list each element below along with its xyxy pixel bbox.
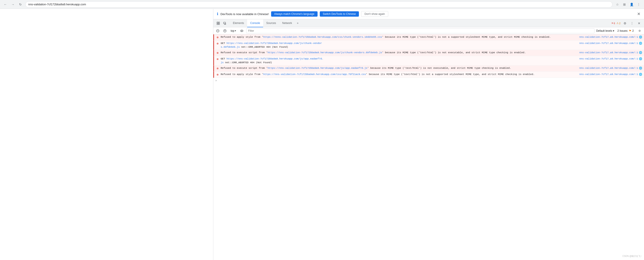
msg-source-link-6[interactable]: nns-validation-7cf17…a9.herokuapp.com/:1 bbox=[579, 73, 638, 76]
msg-content-4: GET https://nns-validation-7cf172bba9a9.… bbox=[221, 57, 578, 64]
clear-filter-button[interactable] bbox=[222, 28, 228, 33]
refresh-button[interactable]: ↻ bbox=[17, 1, 24, 7]
console-gear-icon: ⚙ bbox=[638, 29, 641, 32]
globe-icon-5: 🌐 bbox=[639, 66, 642, 70]
msg-link-5b[interactable]: s://nns-validation-7cf172bba9a9.herokuap… bbox=[274, 67, 367, 69]
error-badge: ✕ 6 bbox=[611, 22, 615, 25]
address-bar[interactable]: nns-validation-7cf172bba9a9.herokuapp.co… bbox=[25, 1, 612, 7]
switch-devtools-language-button[interactable]: Switch DevTools to Chinese bbox=[320, 11, 359, 17]
msg-link-2a[interactable]: https://nns-validation-7cf172bb bbox=[226, 42, 272, 45]
tab-sources[interactable]: Sources bbox=[263, 19, 279, 27]
console-context-selector[interactable]: top ▾ bbox=[229, 29, 237, 33]
msg-content-5: Refused to execute script from 'https://… bbox=[221, 66, 578, 70]
msg-source-1: nns-validation-7cf17…a9.herokuapp.com/:1… bbox=[579, 35, 642, 39]
default-levels-selector[interactable]: Default levels ▾ bbox=[596, 29, 614, 32]
notification-text: DevTools is now available in Chinese! bbox=[220, 12, 269, 16]
msg-link-1a[interactable]: https://n bbox=[263, 36, 276, 38]
warning-badge: ⚠ 2 bbox=[616, 22, 620, 25]
filter-input[interactable] bbox=[246, 28, 594, 33]
error-x-icon: ✕ bbox=[611, 22, 613, 25]
watermark: CSDN @晓仔在飞~ bbox=[622, 255, 642, 258]
msg-link-1b[interactable]: nns-validation-7cf172bba9a9.herokuapp.co… bbox=[276, 36, 382, 38]
devtools-close-button[interactable]: ✕ bbox=[636, 20, 642, 26]
devtools-notification: ℹ DevTools is now available in Chinese! … bbox=[213, 9, 644, 19]
msg-link-3b[interactable]: s://nns-validation-7cf172bba9a9.herokuap… bbox=[274, 51, 382, 54]
msg-source-link-2[interactable]: nns-validation-7cf17…a9.herokuapp.com/:1 bbox=[579, 41, 638, 45]
msg-source-6: nns-validation-7cf17…a9.herokuapp.com/:1… bbox=[579, 73, 642, 77]
back-button[interactable]: ← bbox=[2, 1, 8, 7]
default-levels-label: Default levels ▾ bbox=[596, 29, 614, 32]
console-message-6: ⊗ Refused to apply style from 'https://n… bbox=[213, 72, 644, 78]
msg-source-5: nns-validation-7cf17…a9.herokuapp.com/:1… bbox=[579, 66, 642, 70]
issues-label: 2 Issues: bbox=[617, 29, 628, 32]
forward-button[interactable]: → bbox=[10, 1, 16, 7]
extensions-button[interactable]: ⊞ bbox=[621, 1, 628, 7]
info-icon: ℹ bbox=[217, 12, 218, 16]
more-tabs-button[interactable]: » bbox=[295, 22, 300, 25]
msg-source-link-5[interactable]: nns-validation-7cf17…a9.herokuapp.com/:1 bbox=[579, 66, 638, 70]
browser-bar: ← → ↻ nns-validation-7cf172bba9a9.heroku… bbox=[0, 0, 644, 9]
msg-source-3: nns-validation-7cf17…a9.herokuapp.com/:1… bbox=[579, 51, 642, 55]
warning-triangle-icon: ⚠ bbox=[616, 22, 619, 25]
devtools-tab-icons bbox=[215, 20, 228, 26]
msg-content-2: GET https://nns-validation-7cf172bba9a9.… bbox=[221, 41, 578, 49]
svg-rect-0 bbox=[217, 22, 218, 23]
browser-controls: ← → ↻ bbox=[2, 1, 24, 7]
msg-link-6a[interactable]: https://n bbox=[263, 73, 276, 76]
devtools-tab-bar: Elements Console Sources Network » ✕ 6 bbox=[213, 19, 644, 27]
error-icon-1: ⊗ bbox=[216, 36, 219, 39]
settings-gear-button[interactable]: ⚙ bbox=[622, 20, 628, 26]
msg-link-5a[interactable]: http bbox=[268, 67, 273, 69]
msg-source-link-1[interactable]: nns-validation-7cf17…a9.herokuapp.com/:1 bbox=[579, 35, 638, 39]
clear-console-icon bbox=[216, 29, 219, 32]
browser-actions: ☆ ⊞ 👤 ⋮ bbox=[614, 1, 642, 7]
error-count: 6 bbox=[614, 22, 615, 25]
eye-icon bbox=[240, 29, 243, 32]
console-message-2: ⊗ GET https://nns-validation-7cf172bba9a… bbox=[213, 41, 644, 50]
device-toolbar-button[interactable] bbox=[222, 20, 228, 26]
msg-source-link-3[interactable]: nns-validation-7cf17…a9.herokuapp.com/:1 bbox=[579, 51, 638, 55]
console-clear-button[interactable] bbox=[215, 28, 220, 33]
msg-link-3a[interactable]: http bbox=[268, 51, 273, 54]
context-label: top bbox=[231, 29, 234, 32]
gear-icon: ⚙ bbox=[624, 21, 626, 25]
error-circle-icon-5: ⊗ bbox=[217, 66, 218, 71]
main-layout: ℹ DevTools is now available in Chinese! … bbox=[0, 9, 644, 260]
device-toolbar-icon bbox=[223, 21, 227, 25]
console-message-5: ⊗ Refused to execute script from 'https:… bbox=[213, 65, 644, 72]
console-arrow-icon: › bbox=[215, 79, 217, 82]
msg-source-link-4[interactable]: nns-validation-7cf17…a9.herokuapp.com/:1 bbox=[579, 57, 638, 61]
bookmark-button[interactable]: ☆ bbox=[614, 1, 620, 7]
msg-source-4: nns-validation-7cf17…a9.herokuapp.com/:1… bbox=[579, 57, 642, 61]
msg-link-6b[interactable]: ns-validation-7cf172bba9a9.herokuapp.com… bbox=[276, 73, 366, 76]
console-message-3: ⊗ Refused to execute script from 'https:… bbox=[213, 50, 644, 56]
tab-elements[interactable]: Elements bbox=[230, 19, 247, 27]
console-settings-button[interactable]: ⚙ bbox=[637, 28, 642, 33]
issues-counter[interactable]: 2 Issues: ⚑ 2 bbox=[616, 29, 635, 33]
devtools-badges: ✕ 6 ⚠ 2 ⚙ ⋮ ✕ bbox=[611, 20, 642, 26]
msg-source-2: nns-validation-7cf17…a9.herokuapp.com/:1… bbox=[579, 41, 642, 45]
more-options-button[interactable]: ⋮ bbox=[629, 20, 635, 26]
notification-close-button[interactable]: ✕ bbox=[637, 11, 640, 16]
tab-console[interactable]: Console bbox=[247, 19, 263, 27]
svg-rect-4 bbox=[224, 22, 226, 24]
watermark-text: CSDN @晓仔在飞~ bbox=[622, 255, 642, 257]
tab-sources-label: Sources bbox=[266, 21, 276, 25]
console-prompt[interactable]: › bbox=[213, 78, 644, 83]
error-circle-icon-1: ⊗ bbox=[217, 35, 218, 40]
filter-icon bbox=[223, 29, 226, 32]
tab-network[interactable]: Network bbox=[279, 19, 295, 27]
eye-button[interactable] bbox=[239, 28, 244, 33]
error-icon-5: ⊗ bbox=[216, 67, 219, 70]
element-picker-button[interactable] bbox=[215, 20, 221, 26]
menu-button[interactable]: ⋮ bbox=[636, 1, 642, 7]
msg-content-1: Refused to apply style from 'https://nnn… bbox=[221, 35, 578, 39]
msg-content-6: Refused to apply style from 'https://nns… bbox=[221, 73, 578, 76]
globe-icon-1: 🌐 bbox=[639, 35, 642, 39]
profile-button[interactable]: 👤 bbox=[628, 1, 635, 7]
always-match-language-button[interactable]: Always match Chrome's language bbox=[271, 11, 318, 17]
error-icon-6: ⊗ bbox=[216, 73, 219, 77]
dont-show-again-button[interactable]: Don't show again bbox=[361, 11, 388, 17]
msg-link-4a[interactable]: https://nns-validation-7cf172bb bbox=[226, 57, 272, 60]
url-text: nns-validation-7cf172bba9a9.herokuapp.co… bbox=[28, 3, 86, 6]
